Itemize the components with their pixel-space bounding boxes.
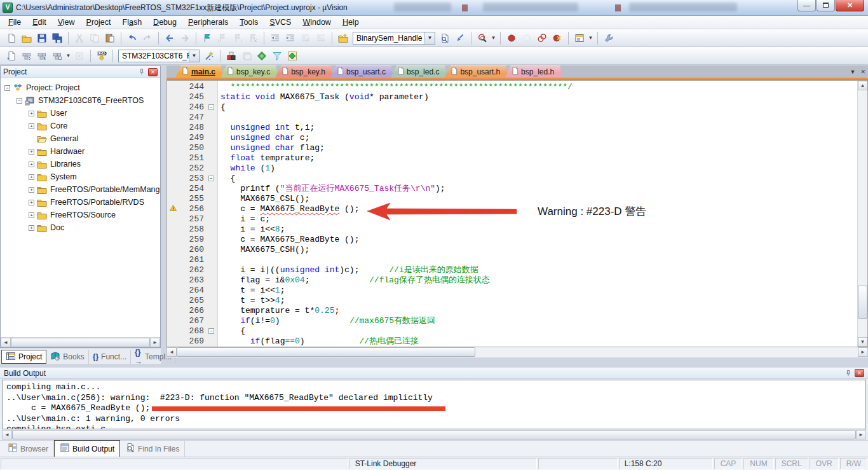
line-number[interactable]: 256 bbox=[179, 204, 207, 214]
menu-peripherals[interactable]: Peripherals bbox=[182, 17, 234, 28]
code-line-244[interactable]: 244 ************************************… bbox=[167, 82, 857, 92]
stop-build-icon[interactable] bbox=[72, 49, 86, 63]
tree-item-freertos-portable-memmang[interactable]: +FreeRTOS/Portable/MemMang bbox=[1, 183, 160, 196]
translate-icon[interactable] bbox=[4, 49, 18, 63]
code-line-249[interactable]: 249 unsigned char c; bbox=[167, 133, 857, 143]
code-text[interactable]: i = i|((unsigned int)c); //i是读出来的原始数据 bbox=[217, 265, 478, 275]
find-in-files-icon[interactable] bbox=[438, 31, 452, 45]
expand-icon[interactable]: + bbox=[29, 187, 34, 193]
scroll-right-icon[interactable]: ► bbox=[856, 430, 866, 439]
output-tab-build-output[interactable]: Build Output bbox=[54, 440, 120, 457]
open-folder-icon[interactable] bbox=[20, 31, 34, 45]
indent-right-icon[interactable] bbox=[283, 31, 297, 45]
build-output-close-icon[interactable]: × bbox=[855, 369, 864, 377]
code-text[interactable]: unsigned int t,i; bbox=[217, 123, 315, 133]
editor-tab-bsp_led-h[interactable]: bsp_led.h bbox=[505, 66, 562, 78]
close-button[interactable]: ✕ bbox=[836, 0, 864, 11]
tab-list-dropdown-icon[interactable]: ▼ bbox=[850, 69, 856, 75]
line-number[interactable]: 269 bbox=[179, 336, 207, 347]
code-line-260[interactable]: 260 MAX6675_CSH(); bbox=[167, 245, 857, 255]
build-icon[interactable] bbox=[20, 49, 34, 63]
scroll-left-icon[interactable]: ◄ bbox=[166, 347, 177, 357]
expand-icon[interactable]: + bbox=[29, 212, 34, 218]
line-number[interactable]: 253 bbox=[179, 174, 207, 184]
menu-help[interactable]: Help bbox=[337, 17, 365, 28]
line-number[interactable]: 248 bbox=[179, 123, 207, 133]
code-text[interactable]: i = c; bbox=[217, 214, 270, 225]
load-flash-icon[interactable]: LOAD bbox=[95, 49, 109, 63]
options-wand-icon[interactable] bbox=[202, 49, 216, 63]
scroll-thumb[interactable] bbox=[12, 430, 856, 439]
copy-icon[interactable] bbox=[88, 31, 102, 45]
code-line-253[interactable]: 253− { bbox=[167, 174, 857, 184]
code-line-252[interactable]: 252 while (1) bbox=[167, 163, 857, 174]
build-output-log[interactable]: compiling main.c.....\User\main.c(256): … bbox=[2, 380, 866, 429]
code-text[interactable]: float temprature; bbox=[217, 153, 315, 163]
code-line-265[interactable]: 265 t = t>>4; bbox=[167, 296, 857, 306]
expand-icon[interactable]: + bbox=[29, 225, 34, 231]
pin-icon[interactable] bbox=[844, 369, 853, 378]
panel-tab-project[interactable]: Project bbox=[1, 350, 46, 364]
code-text[interactable]: unsigned char c; bbox=[217, 133, 309, 143]
code-line-245[interactable]: 245static void MAX6675_Task (void* param… bbox=[167, 92, 857, 102]
code-text[interactable]: c = MAX6675_ReadByte (); bbox=[217, 204, 359, 214]
bookmark-toggle-icon[interactable] bbox=[200, 31, 214, 45]
collapse-icon[interactable]: − bbox=[17, 98, 22, 104]
dropdown-arrow-icon[interactable]: ▼ bbox=[424, 32, 435, 44]
editor-hscrollbar[interactable]: ◄ ► bbox=[166, 347, 868, 357]
code-text[interactable]: if(i!=0) //max6675有数据返回 bbox=[217, 316, 435, 326]
line-number[interactable]: 252 bbox=[179, 163, 207, 174]
code-text[interactable]: printf ("当前正在运行MAX6675_Task任务\r\n"); bbox=[217, 184, 445, 194]
line-number[interactable]: 244 bbox=[179, 82, 207, 92]
code-line-256[interactable]: 256 c = MAX6675_ReadByte (); bbox=[167, 204, 857, 214]
bookmark-prev-icon[interactable] bbox=[215, 31, 229, 45]
code-text[interactable]: temprature = t*0.25; bbox=[217, 306, 339, 316]
debug-windows-icon[interactable] bbox=[573, 31, 587, 45]
tree-item-freertos-source[interactable]: +FreeRTOS/Source bbox=[1, 209, 160, 221]
collapse-icon[interactable]: − bbox=[4, 85, 10, 91]
output-tab-find-in-files[interactable]: Find In Files bbox=[120, 441, 185, 457]
target-select[interactable]: STM32F103C8T6_FreeRTC▼ bbox=[118, 50, 200, 62]
pin-icon[interactable] bbox=[137, 67, 146, 76]
scroll-right-icon[interactable]: ► bbox=[150, 338, 160, 347]
editor-tab-bsp_key-h[interactable]: bsp_key.h bbox=[275, 66, 333, 78]
code-text[interactable]: t = i<<1; bbox=[217, 286, 285, 296]
tree-item-freertos-portable-rvds[interactable]: +FreeRTOS/Portable/RVDS bbox=[1, 196, 160, 209]
tree-item-user[interactable]: +User bbox=[1, 107, 160, 120]
code-text[interactable]: unsigned char flag; bbox=[217, 143, 325, 153]
expand-icon[interactable]: + bbox=[29, 111, 34, 116]
navigate-forward-icon[interactable] bbox=[178, 31, 192, 45]
code-line-257[interactable]: 257 i = c; bbox=[167, 214, 857, 225]
tree-item-system[interactable]: +System bbox=[1, 170, 160, 183]
search-magnifier-icon[interactable]: Q bbox=[475, 31, 489, 45]
panel-tab-funct[interactable]: {}Funct... bbox=[89, 350, 131, 364]
breakpoint-disable-icon[interactable] bbox=[520, 31, 534, 45]
code-line-248[interactable]: 248 unsigned int t,i; bbox=[167, 123, 857, 133]
code-line-267[interactable]: 267 if(i!=0) //max6675有数据返回 bbox=[167, 316, 857, 326]
editor-tab-bsp_led-c[interactable]: bsp_led.c bbox=[391, 66, 447, 78]
code-text[interactable]: static void MAX6675_Task (void* paramete… bbox=[217, 92, 429, 102]
tree-item-libraries[interactable]: +Libraries bbox=[1, 158, 160, 170]
line-number[interactable]: 257 bbox=[179, 214, 207, 225]
restore-button[interactable] bbox=[817, 0, 835, 11]
project-panel-close-icon[interactable]: × bbox=[148, 68, 158, 76]
code-text[interactable]: t = t>>4; bbox=[217, 296, 285, 306]
code-line-266[interactable]: 266 temprature = t*0.25; bbox=[167, 306, 857, 316]
breakpoint-icon[interactable] bbox=[505, 31, 519, 45]
line-number[interactable]: 259 bbox=[179, 235, 207, 245]
line-number[interactable]: 258 bbox=[179, 225, 207, 235]
code-lines[interactable]: 244 ************************************… bbox=[167, 82, 857, 347]
code-line-250[interactable]: 250 unsigned char flag; bbox=[167, 143, 857, 153]
scroll-left-icon[interactable]: ◄ bbox=[2, 430, 12, 439]
code-line-258[interactable]: 258 i = i<<8; bbox=[167, 225, 857, 235]
save-all-icon[interactable] bbox=[50, 31, 64, 45]
project-tree-hscrollbar[interactable]: ◄ ► bbox=[1, 337, 160, 347]
line-number[interactable]: 246 bbox=[179, 102, 207, 113]
code-line-269[interactable]: 269 if(flag==0) //热电偶已连接 bbox=[167, 336, 857, 347]
scroll-thumb[interactable] bbox=[858, 286, 867, 319]
editor-tab-bsp_key-c[interactable]: bsp_key.c bbox=[220, 66, 278, 78]
indent-left-icon[interactable] bbox=[268, 31, 282, 45]
line-number[interactable]: 249 bbox=[179, 133, 207, 143]
scroll-up-icon[interactable]: ▲ bbox=[858, 81, 867, 90]
manage-device-icon[interactable] bbox=[285, 49, 299, 63]
